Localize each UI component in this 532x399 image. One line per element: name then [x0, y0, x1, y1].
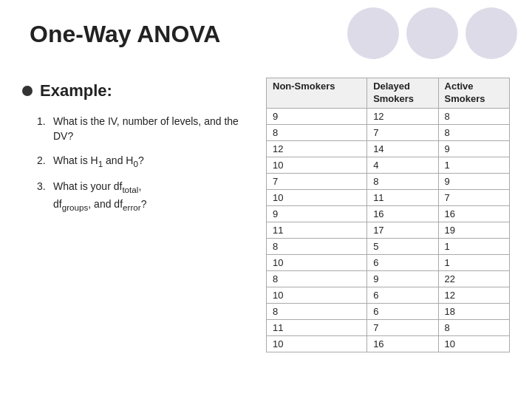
table-row: 878 [267, 124, 510, 140]
table-cell: 9 [267, 108, 367, 124]
questions-list: What is the IV, number of levels, and th… [22, 114, 251, 214]
table-row: 10117 [267, 189, 510, 205]
table-cell: 22 [438, 270, 509, 287]
table-cell: 8 [438, 108, 509, 124]
table-cell: 16 [367, 335, 438, 352]
right-panel: Non-Smokers DelayedSmokers ActiveSmokers… [266, 74, 510, 399]
table-cell: 4 [367, 157, 438, 173]
table-cell: 16 [367, 205, 438, 222]
circle-1 [347, 7, 399, 59]
table-row: 1061 [267, 254, 510, 270]
table-cell: 11 [367, 189, 438, 205]
table-row: 91616 [267, 205, 510, 222]
table-cell: 17 [367, 222, 438, 238]
table-row: 8618 [267, 303, 510, 319]
table-cell: 7 [267, 173, 367, 189]
table-cell: 7 [438, 189, 509, 205]
table-row: 1178 [267, 319, 510, 335]
table-cell: 14 [367, 140, 438, 157]
decorative-circles [347, 7, 517, 59]
table-row: 10612 [267, 287, 510, 303]
circle-2 [406, 7, 458, 59]
list-item: What is the IV, number of levels, and th… [37, 114, 251, 144]
table-cell: 1 [438, 254, 509, 270]
table-cell: 6 [367, 303, 438, 319]
table-cell: 19 [438, 222, 509, 238]
circle-3 [466, 7, 517, 59]
table-row: 9128 [267, 108, 510, 124]
table-cell: 7 [367, 319, 438, 335]
example-header: Example: [22, 81, 251, 100]
table-cell: 8 [438, 319, 509, 335]
table-cell: 9 [438, 173, 509, 189]
table-cell: 8 [267, 270, 367, 287]
content-area: Example: What is the IV, number of level… [0, 74, 532, 399]
table-cell: 8 [438, 124, 509, 140]
col-header-delayed-smokers: DelayedSmokers [367, 78, 438, 109]
table-cell: 18 [438, 303, 509, 319]
table-row: 101610 [267, 335, 510, 352]
table-cell: 16 [438, 205, 509, 222]
table-cell: 8 [367, 173, 438, 189]
table-row: 12149 [267, 140, 510, 157]
table-cell: 10 [267, 254, 367, 270]
question-1-text: What is the IV, number of levels, and th… [53, 115, 239, 142]
table-cell: 1 [438, 238, 509, 254]
table-cell: 12 [367, 108, 438, 124]
table-cell: 10 [267, 335, 367, 352]
table-row: 111719 [267, 222, 510, 238]
table-cell: 1 [438, 157, 509, 173]
table-cell: 5 [367, 238, 438, 254]
table-cell: 7 [367, 124, 438, 140]
table-cell: 12 [438, 287, 509, 303]
table-cell: 6 [367, 254, 438, 270]
table-row: 1041 [267, 157, 510, 173]
table-row: 851 [267, 238, 510, 254]
table-cell: 11 [267, 319, 367, 335]
table-cell: 12 [267, 140, 367, 157]
table-row: 789 [267, 173, 510, 189]
data-table: Non-Smokers DelayedSmokers ActiveSmokers… [266, 78, 510, 352]
table-cell: 9 [367, 270, 438, 287]
page-title: One-Way ANOVA [30, 21, 220, 48]
col-header-active-smokers: ActiveSmokers [438, 78, 509, 109]
col-header-non-smokers: Non-Smokers [267, 78, 367, 109]
list-item: What is H1 and H0? [37, 153, 251, 171]
table-cell: 8 [267, 303, 367, 319]
table-cell: 8 [267, 124, 367, 140]
bullet-dot [22, 86, 33, 96]
table-row: 8922 [267, 270, 510, 287]
example-label: Example: [40, 81, 112, 100]
table-cell: 9 [438, 140, 509, 157]
table-cell: 11 [267, 222, 367, 238]
table-cell: 10 [267, 157, 367, 173]
question-3-text: What is your dftotal,dfgroups, and dferr… [53, 180, 146, 210]
table-cell: 9 [267, 205, 367, 222]
table-cell: 10 [438, 335, 509, 352]
list-item: What is your dftotal,dfgroups, and dferr… [37, 179, 251, 214]
question-2-text: What is H1 and H0? [53, 154, 144, 166]
table-cell: 8 [267, 238, 367, 254]
left-panel: Example: What is the IV, number of level… [22, 74, 251, 399]
table-cell: 10 [267, 287, 367, 303]
table-cell: 6 [367, 287, 438, 303]
table-cell: 10 [267, 189, 367, 205]
